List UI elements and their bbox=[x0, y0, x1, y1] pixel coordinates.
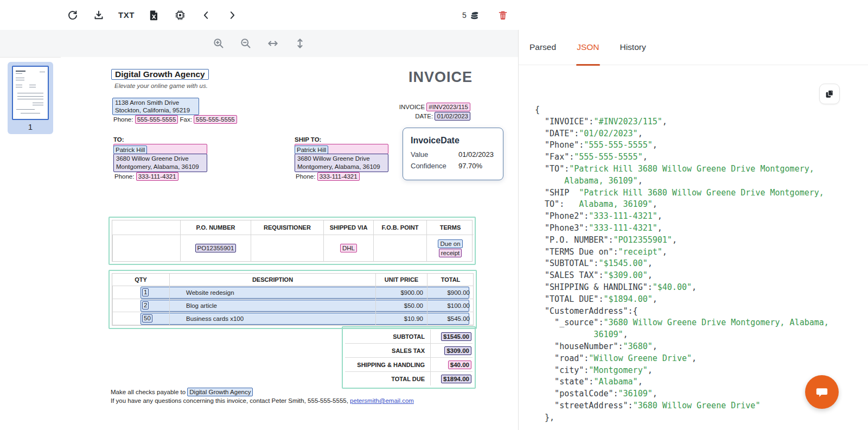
fit-width-button[interactable] bbox=[267, 37, 279, 49]
chevron-left-icon bbox=[201, 10, 211, 20]
tab-history[interactable]: History bbox=[620, 30, 646, 65]
po-cell-empty1 bbox=[112, 235, 180, 261]
copy-json-button[interactable] bbox=[819, 84, 840, 104]
totals-row: SUBTOTAL$1545.00 bbox=[345, 330, 473, 344]
total-label: TOTAL DUE bbox=[345, 372, 430, 385]
ship-to-phone-chip[interactable]: 333-111-4321 bbox=[317, 172, 360, 181]
cpu-chip-icon bbox=[175, 10, 186, 21]
chat-button[interactable] bbox=[805, 375, 839, 409]
zoom-in-button[interactable] bbox=[213, 37, 225, 49]
refresh-button[interactable] bbox=[66, 9, 79, 22]
zoom-out-button[interactable] bbox=[240, 37, 252, 49]
total-value-chip[interactable]: $1894.00 bbox=[441, 375, 471, 383]
txt-export-button[interactable]: TXT bbox=[118, 9, 135, 22]
json-code-line: Alabama, 36109", bbox=[535, 175, 868, 187]
items-row[interactable]: 2Blog article$50.00$100.00 bbox=[112, 299, 473, 312]
total-label: SHIPPING & HANDLING bbox=[345, 358, 430, 371]
excel-export-button[interactable] bbox=[148, 9, 161, 22]
document-viewer: 1 Digital Growth Agency Elevate your onl… bbox=[0, 30, 519, 430]
po-table-annotation[interactable]: P.O. NUMBER REQUISITIONER SHIPPED VIA F.… bbox=[108, 217, 476, 265]
items-rows: 1Website redesign$900.00$900.002Blog art… bbox=[112, 286, 473, 325]
ship-to-address-line2: Montgomery, Alabama, 36109 bbox=[297, 163, 380, 170]
results-tabs: Parsed JSON History bbox=[519, 30, 868, 65]
total-value-chip[interactable]: $1545.00 bbox=[441, 332, 471, 341]
total-value-chip[interactable]: $40.00 bbox=[448, 361, 471, 369]
download-button[interactable] bbox=[92, 9, 105, 22]
page-thumbnail[interactable]: 1 bbox=[8, 62, 53, 134]
prev-page-button[interactable] bbox=[200, 9, 213, 22]
item-description: Blog article bbox=[169, 299, 375, 312]
company-tagline: Elevate your online game with us. bbox=[114, 83, 208, 89]
item-unit-price: $50.00 bbox=[375, 299, 427, 312]
totals-annotation[interactable]: SUBTOTAL$1545.00SALES TAX$309.00SHIPPING… bbox=[342, 326, 476, 389]
json-code-line: "city":"Montgomery", bbox=[535, 365, 868, 377]
company-phone-line: Phone: 555-555-5555 Fax: 555-555-5555 bbox=[113, 115, 237, 124]
tab-parsed[interactable]: Parsed bbox=[529, 30, 556, 65]
shipped-via-chip[interactable]: DHL bbox=[340, 244, 357, 252]
totals-rows: SUBTOTAL$1545.00SALES TAX$309.00SHIPPING… bbox=[345, 330, 473, 385]
fit-height-button[interactable] bbox=[294, 37, 306, 49]
items-row[interactable]: 1Website redesign$900.00$900.00 bbox=[112, 286, 473, 299]
footer-checks-text: Make all checks payable to bbox=[111, 389, 186, 395]
ship-to-address-chip[interactable]: 3680 Willow Greene Drive Montgomery, Ala… bbox=[295, 154, 388, 172]
excel-file-icon bbox=[149, 10, 159, 21]
company-fax-chip[interactable]: 555-555-5555 bbox=[194, 115, 237, 124]
terms-chip-line1[interactable]: Due on bbox=[438, 239, 462, 248]
total-label: SUBTOTAL bbox=[345, 330, 430, 343]
to-recipient-chip[interactable]: Patrick Hill bbox=[113, 146, 147, 154]
qty-chip[interactable]: 2 bbox=[142, 301, 149, 309]
to-phone-chip[interactable]: 333-111-4321 bbox=[136, 172, 178, 181]
ship-to-recipient-chip[interactable]: Patrick Hill bbox=[295, 146, 328, 154]
chevron-right-icon bbox=[227, 10, 237, 20]
to-recipient-outer-chip[interactable]: Patrick Hill bbox=[113, 144, 207, 154]
ship-to-recipient-outer-chip[interactable]: Patrick Hill bbox=[295, 144, 388, 154]
items-table-annotation[interactable]: QTY DESCRIPTION UNIT PRICE TOTAL 1Websit… bbox=[108, 270, 477, 329]
tab-json[interactable]: JSON bbox=[577, 30, 599, 65]
po-header-requisitioner: REQUISITIONER bbox=[251, 220, 323, 235]
json-code-line: "Fax":"555-555-5555", bbox=[535, 151, 868, 163]
fax-label: Fax: bbox=[180, 116, 192, 123]
qty-chip[interactable]: 50 bbox=[142, 314, 152, 322]
footer-checks-line: Make all checks payable to Digital Growt… bbox=[111, 388, 253, 396]
json-code-line: "TOTAL DUE":"$1894.00", bbox=[535, 294, 868, 306]
ship-to-label: SHIP TO: bbox=[295, 136, 321, 143]
next-page-button[interactable] bbox=[226, 9, 239, 22]
invoice-date-chip[interactable]: 01/02/2023 bbox=[435, 112, 470, 121]
ocr-engine-button[interactable] bbox=[174, 9, 187, 22]
json-code-line: "SHIPPING & HANDLING":"$40.00", bbox=[535, 282, 868, 294]
json-code-line: "houseNumber":"3680", bbox=[535, 341, 868, 353]
ship-to-address-line1: 3680 Willow Greene Drive bbox=[297, 155, 370, 162]
po-number-chip[interactable]: PO12355901 bbox=[195, 244, 237, 252]
terms-chip-line2[interactable]: receipt bbox=[439, 249, 462, 257]
footer-contact-line: If you have any questions concerning thi… bbox=[111, 397, 414, 404]
company-phone-chip[interactable]: 555-555-5555 bbox=[135, 115, 178, 124]
items-header-qty: QTY bbox=[112, 274, 169, 286]
qty-chip[interactable]: 1 bbox=[142, 288, 149, 296]
copy-icon bbox=[825, 89, 834, 99]
footer-email-link[interactable]: petersmith@email.com bbox=[350, 397, 414, 404]
invoice-title: INVOICE bbox=[356, 69, 525, 86]
totals-row: SALES TAX$309.00 bbox=[345, 344, 473, 358]
json-code-line: "Phone":"555-555-5555", bbox=[535, 140, 868, 151]
company-address-line2: Stockton, California, 95219 bbox=[115, 107, 190, 113]
json-code-line: "Phone2":"333-111-4321", bbox=[535, 211, 868, 223]
credits-count: 5 bbox=[462, 11, 467, 20]
phone-label: Phone: bbox=[113, 116, 133, 123]
coins-icon bbox=[468, 9, 480, 21]
field-tooltip: InvoiceDate Value 01/02/2023 Confidence … bbox=[403, 128, 503, 180]
json-code-line: "SALES TAX":"$309.00", bbox=[535, 270, 868, 282]
json-code-line: "SUBTOTAL":"$1545.00", bbox=[535, 258, 868, 270]
trash-icon bbox=[497, 10, 508, 21]
total-value-chip[interactable]: $309.00 bbox=[444, 346, 471, 355]
items-row[interactable]: 50Business cards x100$10.90$545.00 bbox=[112, 312, 473, 325]
invoice-date-label: DATE: bbox=[415, 113, 433, 119]
company-address-chip[interactable]: 1138 Arron Smith Drive Stockton, Califor… bbox=[112, 98, 199, 115]
json-code-line: "Phone3":"333-111-4321", bbox=[535, 223, 868, 235]
invoice-number-chip[interactable]: #INV2023/115 bbox=[426, 103, 470, 111]
to-address-chip[interactable]: 3680 Willow Greene Drive Montgomery, Ala… bbox=[113, 154, 207, 172]
footer-contact-text: If you have any questions concerning thi… bbox=[111, 397, 348, 404]
company-name-chip[interactable]: Digital Growth Agency bbox=[111, 69, 209, 80]
items-table: QTY DESCRIPTION UNIT PRICE TOTAL 1Websit… bbox=[112, 273, 474, 326]
footer-payee-chip[interactable]: Digital Growth Agency bbox=[187, 388, 253, 396]
delete-button[interactable] bbox=[496, 9, 509, 22]
